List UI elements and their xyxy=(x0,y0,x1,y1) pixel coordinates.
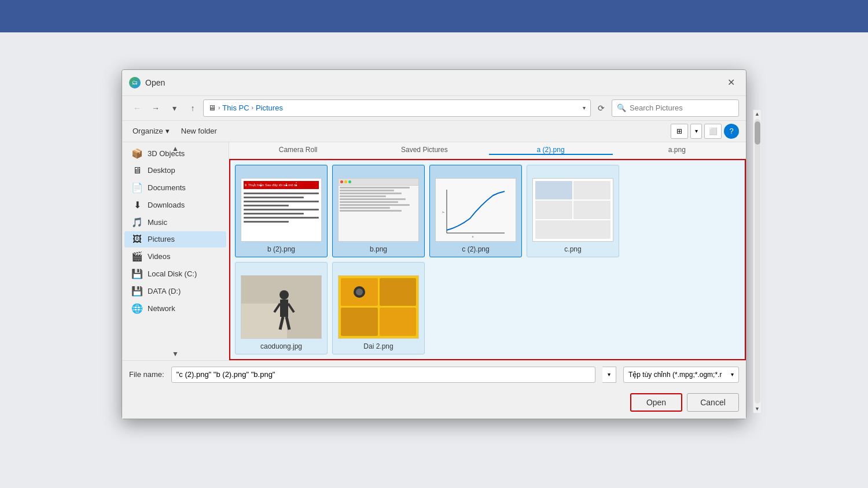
refresh-button[interactable]: ⟳ xyxy=(593,100,609,116)
dialog-backdrop: 🗂 Open ✕ ← → ▾ ↑ 🖥 › This PC › Pictures … xyxy=(0,0,868,488)
view-dropdown-button[interactable]: ▾ xyxy=(690,124,702,139)
dropdown-button[interactable]: ▾ xyxy=(166,100,182,116)
filename-dropdown-button[interactable]: ▾ xyxy=(602,367,616,383)
sidebar-scroll-down[interactable]: ▼ xyxy=(122,347,229,360)
file-item-b2png[interactable]: ย Thực hiện Sau đây tôi sẽ mô tả xyxy=(235,165,328,257)
organize-arrow: ▾ xyxy=(165,127,170,135)
svg-point-6 xyxy=(279,290,289,300)
breadcrumb-pictures[interactable]: Pictures xyxy=(256,103,283,112)
sidebar-label-desktop: Desktop xyxy=(148,166,175,175)
files-row-2: caoduong.jpg xyxy=(235,262,740,354)
filetype-arrow: ▾ xyxy=(731,371,734,378)
files-grid: ย Thực hiện Sau đây tôi sẽ mô tả xyxy=(229,159,746,360)
documents-icon: 📄 xyxy=(131,182,143,193)
downloads-icon: ⬇ xyxy=(131,199,143,210)
breadcrumb-dropdown-button[interactable]: ▾ xyxy=(583,105,586,111)
help-button[interactable]: ? xyxy=(724,124,739,139)
open-button[interactable]: Open xyxy=(630,393,682,412)
file-item-cpng[interactable]: c.png xyxy=(527,165,619,257)
sidebar-label-network: Network xyxy=(148,304,175,313)
sidebar-item-downloads[interactable]: ⬇ Downloads xyxy=(124,197,226,213)
file-name-dai2png: Dai 2.png xyxy=(336,342,421,350)
sidebar: ▲ 📦 3D Objects 🖥 Desktop 📄 Documents ⬇ D… xyxy=(122,142,229,360)
col-header-a2png: a (2).png xyxy=(489,146,613,155)
desktop-icon: 🖥 xyxy=(131,165,143,176)
organize-button[interactable]: Organize ▾ xyxy=(129,124,173,138)
sidebar-item-pictures[interactable]: 🖼 Pictures xyxy=(124,231,226,247)
col-header-apng: a.png xyxy=(615,146,739,155)
breadcrumb-bar[interactable]: 🖥 › This PC › Pictures ▾ xyxy=(203,99,591,117)
file-thumbnail-dai2png xyxy=(338,275,419,339)
view-button[interactable]: ⊞ xyxy=(671,124,688,139)
file-item-dai2png[interactable]: Dai 2.png xyxy=(332,262,425,354)
cancel-button[interactable]: Cancel xyxy=(687,393,739,412)
file-name-b2png: b (2).png xyxy=(239,245,323,253)
preview-button[interactable]: ⬜ xyxy=(704,124,722,139)
dialog-icon: 🗂 xyxy=(129,77,141,88)
breadcrumb-thispc[interactable]: This PC xyxy=(222,103,249,112)
buttons-bar: Open Cancel xyxy=(122,389,746,419)
file-thumbnail-b2png: ย Thực hiện Sau đây tôi sẽ mô tả xyxy=(241,178,322,242)
sidebar-item-documents[interactable]: 📄 Documents xyxy=(124,179,226,196)
breadcrumb-pc-icon: 🖥 xyxy=(208,103,216,112)
sidebar-item-videos[interactable]: 🎬 Videos xyxy=(124,248,226,265)
sidebar-item-music[interactable]: 🎵 Music xyxy=(124,214,226,231)
open-dialog: 🗂 Open ✕ ← → ▾ ↑ 🖥 › This PC › Pictures … xyxy=(122,69,746,419)
svg-text:y: y xyxy=(441,211,444,213)
local-disk-c-icon: 💾 xyxy=(131,268,143,279)
network-icon: 🌐 xyxy=(131,303,143,314)
col-header-saved-pictures: Saved Pictures xyxy=(362,146,486,155)
dialog-title: Open xyxy=(145,78,165,87)
filename-label: File name: xyxy=(129,370,164,379)
sidebar-label-pictures: Pictures xyxy=(148,235,175,243)
up-button[interactable]: ↑ xyxy=(185,100,201,116)
forward-button[interactable]: → xyxy=(148,100,164,116)
sidebar-scroll-up[interactable]: ▲ xyxy=(122,142,229,155)
pictures-icon: 🖼 xyxy=(131,234,143,245)
filename-input[interactable] xyxy=(171,367,595,383)
sidebar-item-desktop[interactable]: 🖥 Desktop xyxy=(124,162,226,179)
breadcrumb-sep2: › xyxy=(252,105,253,111)
new-folder-button[interactable]: New folder xyxy=(178,124,220,138)
sidebar-label-documents: Documents xyxy=(148,183,186,192)
filetype-select[interactable]: Tệp tùy chỉnh (*.mpg;*.ogm;*.r ▾ xyxy=(623,367,739,383)
sidebar-label-downloads: Downloads xyxy=(148,201,185,209)
search-input[interactable] xyxy=(630,103,734,112)
sidebar-label-local-disk-c: Local Disk (C:) xyxy=(148,269,197,278)
breadcrumb-sep1: › xyxy=(218,105,220,111)
sidebar-label-data-d: DATA (D:) xyxy=(148,287,181,295)
file-thumbnail-cpng xyxy=(532,178,613,242)
organize-toolbar: Organize ▾ New folder ⊞ ▾ ⬜ ? xyxy=(122,121,746,142)
videos-icon: 🎬 xyxy=(131,251,143,262)
search-box: 🔍 xyxy=(612,99,739,117)
organize-label: Organize xyxy=(133,127,163,135)
file-item-caoduong[interactable]: caoduong.jpg xyxy=(235,262,328,354)
col-header-camera-roll: Camera Roll xyxy=(236,146,360,155)
file-thumbnail-bpng xyxy=(338,178,419,242)
data-d-icon: 💾 xyxy=(131,286,143,297)
content-area: ▲ 📦 3D Objects 🖥 Desktop 📄 Documents ⬇ D… xyxy=(122,142,746,360)
file-item-bpng[interactable]: b.png xyxy=(332,165,425,257)
file-thumbnail-caoduong xyxy=(241,275,322,339)
close-button[interactable]: ✕ xyxy=(723,75,739,91)
sidebar-item-network[interactable]: 🌐 Network xyxy=(124,300,226,317)
file-area: Camera Roll Saved Pictures a (2).png a.p… xyxy=(229,142,746,360)
svg-text:x: x xyxy=(472,235,474,238)
sidebar-label-music: Music xyxy=(148,218,167,227)
col-headers: Camera Roll Saved Pictures a (2).png a.p… xyxy=(229,142,746,159)
back-button[interactable]: ← xyxy=(129,100,145,116)
file-name-caoduong: caoduong.jpg xyxy=(239,342,323,350)
sidebar-item-local-disk-c[interactable]: 💾 Local Disk (C:) xyxy=(124,265,226,282)
svg-rect-7 xyxy=(280,300,288,317)
search-icon: 🔍 xyxy=(617,103,626,112)
file-name-bpng: b.png xyxy=(336,245,421,253)
file-name-c2png: c (2).png xyxy=(433,245,518,253)
music-icon: 🎵 xyxy=(131,217,143,228)
files-row-1: ย Thực hiện Sau đây tôi sẽ mô tả xyxy=(235,165,740,257)
sidebar-item-data-d[interactable]: 💾 DATA (D:) xyxy=(124,283,226,300)
toolbar2-right: ⊞ ▾ ⬜ ? xyxy=(671,124,739,139)
nav-toolbar: ← → ▾ ↑ 🖥 › This PC › Pictures ▾ ⟳ 🔍 xyxy=(122,96,746,121)
file-thumbnail-c2png: x y xyxy=(435,178,516,242)
bottom-bar: File name: ▾ Tệp tùy chỉnh (*.mpg;*.ogm;… xyxy=(122,360,746,389)
file-item-c2png[interactable]: x y c (2).png xyxy=(429,165,522,257)
